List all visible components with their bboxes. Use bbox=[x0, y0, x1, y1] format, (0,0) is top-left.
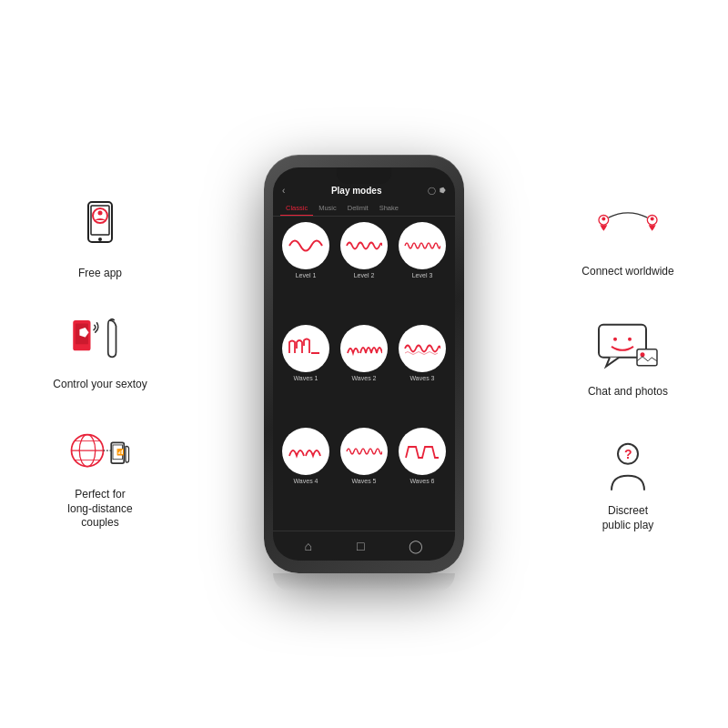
app-title: Play modes bbox=[285, 186, 428, 196]
phone: ‹ Play modes ◯ ⭓ Classic Music Delimit S… bbox=[264, 155, 464, 573]
page-wrapper: Free app ⭓ Control your se bbox=[0, 0, 728, 728]
svg-point-22 bbox=[613, 338, 617, 341]
phone-screen: ‹ Play modes ◯ ⭓ Classic Music Delimit S… bbox=[273, 167, 455, 561]
svg-text:📶: 📶 bbox=[116, 448, 125, 456]
control-label: Control your sextoy bbox=[53, 378, 147, 392]
connect-label: Connect worldwide bbox=[581, 265, 673, 279]
waves5-wave bbox=[346, 438, 382, 465]
mode-waves5[interactable]: Waves 5 bbox=[337, 428, 391, 527]
home-icon[interactable]: ⌂ bbox=[305, 539, 312, 553]
svg-point-23 bbox=[628, 338, 632, 341]
waves1-label: Waves 1 bbox=[294, 375, 318, 381]
mode-level2[interactable]: Level 2 bbox=[337, 222, 391, 321]
app-screen: ‹ Play modes ◯ ⭓ Classic Music Delimit S… bbox=[273, 167, 455, 561]
right-features: Connect worldwide Chat an bbox=[555, 196, 701, 532]
tab-classic[interactable]: Classic bbox=[280, 201, 313, 216]
phone-reflection bbox=[273, 573, 455, 592]
chat-label: Chat and photos bbox=[588, 384, 668, 399]
long-distance-label: Perfect forlong-distancecouples bbox=[67, 488, 132, 531]
level2-circle bbox=[340, 222, 388, 269]
tab-music[interactable]: Music bbox=[313, 201, 342, 216]
long-distance-icon: 📶 bbox=[68, 421, 132, 480]
waves2-label: Waves 2 bbox=[352, 375, 377, 381]
free-app-icon-area bbox=[64, 197, 136, 261]
svg-point-20 bbox=[651, 217, 654, 220]
free-app-label: Free app bbox=[78, 267, 122, 281]
svg-text:⭓: ⭓ bbox=[79, 328, 89, 340]
phone-notch bbox=[337, 167, 391, 184]
svg-point-18 bbox=[602, 217, 605, 220]
mode-level3[interactable]: Level 3 bbox=[395, 222, 450, 321]
feature-control: ⭓ Control your sextoy bbox=[53, 308, 147, 392]
svg-text:?: ? bbox=[624, 447, 632, 461]
waves6-circle bbox=[399, 428, 446, 475]
bluetooth-icon: ⭓ bbox=[440, 187, 446, 195]
app-tabs: Classic Music Delimit Shake bbox=[273, 201, 455, 217]
level1-label: Level 1 bbox=[296, 272, 317, 278]
mode-waves2[interactable]: Waves 2 bbox=[337, 325, 391, 424]
chat-icon bbox=[592, 318, 664, 377]
modes-grid: Level 1 Level 2 bbox=[273, 222, 455, 527]
mode-waves3[interactable]: Waves 3 bbox=[395, 325, 450, 424]
free-app-icon bbox=[68, 200, 132, 259]
waves6-wave bbox=[404, 438, 440, 465]
level2-wave bbox=[346, 232, 382, 259]
app-bottom-nav: ⌂ □ ◯ bbox=[273, 531, 455, 561]
feature-discreet: ? Discreetpublic play bbox=[592, 435, 664, 532]
waves3-wave bbox=[404, 335, 440, 362]
phone-outer: ‹ Play modes ◯ ⭓ Classic Music Delimit S… bbox=[264, 155, 464, 573]
waves1-circle bbox=[282, 325, 329, 372]
mode-level1[interactable]: Level 1 bbox=[278, 222, 333, 321]
level3-label: Level 3 bbox=[412, 272, 433, 278]
svg-point-4 bbox=[98, 210, 103, 215]
svg-point-2 bbox=[98, 238, 102, 241]
control-icon: ⭓ bbox=[68, 310, 132, 369]
connect-icon bbox=[592, 200, 664, 255]
feature-free-app: Free app bbox=[64, 197, 136, 281]
svg-rect-24 bbox=[637, 349, 657, 366]
waves3-label: Waves 3 bbox=[410, 375, 435, 381]
waves1-wave bbox=[288, 335, 324, 362]
person-icon: ◯ bbox=[428, 187, 436, 195]
level1-circle bbox=[282, 222, 329, 269]
discreet-icon-area: ? bbox=[592, 435, 664, 499]
level2-label: Level 2 bbox=[354, 272, 375, 278]
header-icons: ◯ ⭓ bbox=[428, 187, 446, 195]
waves4-circle bbox=[282, 428, 329, 475]
feature-chat: Chat and photos bbox=[588, 315, 668, 399]
left-features: Free app ⭓ Control your se bbox=[27, 197, 173, 531]
control-icon-area: ⭓ bbox=[64, 308, 136, 372]
mode-waves4[interactable]: Waves 4 bbox=[278, 428, 333, 527]
waves4-wave bbox=[288, 438, 324, 465]
level3-wave bbox=[404, 232, 440, 259]
waves3-circle bbox=[399, 325, 446, 372]
profile-icon[interactable]: ◯ bbox=[409, 539, 423, 553]
connect-icon-area bbox=[592, 196, 664, 259]
tab-delimit[interactable]: Delimit bbox=[342, 201, 374, 216]
chat-icon[interactable]: □ bbox=[357, 539, 364, 553]
discreet-label: Discreetpublic play bbox=[602, 504, 654, 532]
waves6-label: Waves 6 bbox=[410, 478, 435, 484]
waves2-circle bbox=[340, 325, 388, 372]
waves5-circle bbox=[340, 428, 388, 475]
level3-circle bbox=[399, 222, 446, 269]
waves4-label: Waves 4 bbox=[294, 478, 318, 484]
feature-long-distance: 📶 Perfect forlong-distancecouples bbox=[64, 419, 136, 531]
long-distance-icon-area: 📶 bbox=[64, 419, 136, 482]
app-header: ‹ Play modes ◯ ⭓ bbox=[273, 186, 455, 201]
feature-connect: Connect worldwide bbox=[581, 196, 673, 279]
svg-point-3 bbox=[93, 208, 107, 223]
discreet-icon: ? bbox=[592, 438, 664, 497]
level1-wave bbox=[288, 232, 324, 259]
mode-waves6[interactable]: Waves 6 bbox=[395, 428, 450, 527]
mode-waves1[interactable]: Waves 1 bbox=[278, 325, 333, 424]
waves5-label: Waves 5 bbox=[352, 478, 377, 484]
chat-icon-area bbox=[592, 315, 664, 379]
tab-shake[interactable]: Shake bbox=[374, 201, 404, 216]
waves2-wave bbox=[346, 335, 382, 362]
